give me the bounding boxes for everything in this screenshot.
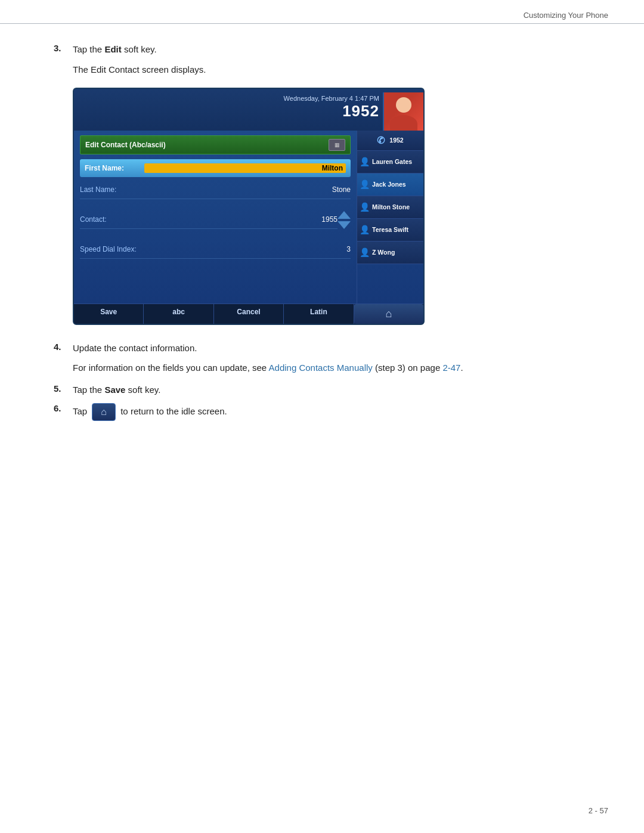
page-footer: 2 - 57	[589, 806, 608, 815]
main-content: 3. Tap the Edit soft key. The Edit Conta…	[0, 43, 644, 421]
field-contact-label: Contact:	[80, 215, 140, 224]
phone-screen: Wednesday, February 4 1:47 PM 1952 Edit …	[73, 88, 425, 325]
step-6: 6. Tap ⌂ to return to the idle screen.	[54, 403, 590, 421]
step-3-sub: The Edit Contact screen displays.	[73, 63, 590, 77]
contact-icon-milton: 👤	[360, 202, 370, 212]
contact-icon-zwong: 👤	[360, 247, 370, 257]
contact-btn-milton-stone[interactable]: 👤 Milton Stone	[357, 196, 423, 219]
form-title: Edit Contact (Abc/ascii)	[85, 141, 166, 149]
phone-bottombar: Save abc Cancel Latin ⌂	[74, 304, 423, 324]
step-6-text: Tap ⌂ to return to the idle screen.	[73, 403, 227, 421]
step-5: 5. Tap the Save soft key.	[54, 383, 590, 397]
field-lastname-label: Last Name:	[80, 185, 140, 194]
field-contact-row: Contact: 1955	[80, 202, 351, 238]
scroll-arrows[interactable]	[338, 202, 351, 238]
step-5-bold: Save	[104, 385, 125, 395]
step-4: 4. Update the contact information.	[54, 342, 590, 355]
home-button[interactable]: ⌂	[354, 304, 423, 324]
step-5-number: 5.	[54, 383, 73, 394]
contact-btn-1952[interactable]: ✆ 1952	[357, 131, 423, 151]
phone-topbar-info: Wednesday, February 4 1:47 PM 1952	[230, 92, 383, 120]
scroll-down-arrow[interactable]	[338, 221, 351, 229]
contact-icon-teresa: 👤	[360, 225, 370, 234]
field-speeddial-label: Speed Dial Index:	[80, 245, 140, 253]
contact-name-milton: Milton Stone	[372, 203, 410, 210]
field-firstname-label: First Name:	[85, 164, 144, 172]
step-3-text: Tap the Edit soft key.	[73, 43, 157, 57]
phone-extension: 1952	[342, 102, 379, 120]
contact-name-1952: 1952	[389, 137, 403, 144]
phone-datetime: Wednesday, February 4 1:47 PM	[284, 95, 379, 102]
bottom-btn-abc[interactable]: abc	[144, 304, 213, 324]
page-header: Customizing Your Phone	[0, 0, 644, 24]
scroll-up-arrow[interactable]	[338, 211, 351, 219]
field-speeddial-value: 3	[140, 245, 351, 253]
phone-body: Edit Contact (Abc/ascii) ▦ First Name: M…	[74, 131, 423, 304]
step-4-sub-after: (step 3) on page	[373, 363, 443, 373]
contact-icon-lauren: 👤	[360, 157, 370, 166]
phone-form-panel: Edit Contact (Abc/ascii) ▦ First Name: M…	[74, 131, 357, 304]
page-number: 2 - 57	[589, 806, 608, 815]
field-lastname-value: Stone	[140, 185, 351, 194]
phone-screenshot: Wednesday, February 4 1:47 PM 1952 Edit …	[73, 88, 590, 325]
chapter-title: Customizing Your Phone	[524, 11, 608, 20]
keyboard-icon[interactable]: ▦	[329, 139, 345, 151]
field-lastname[interactable]: Last Name: Stone	[80, 181, 351, 199]
contact-btn-lauren-gates[interactable]: 👤 Lauren Gates	[357, 151, 423, 174]
contact-btn-z-wong[interactable]: 👤 Z Wong	[357, 241, 423, 264]
step-4-sub-before: For information on the fields you can up…	[73, 363, 269, 373]
adding-contacts-link[interactable]: Adding Contacts Manually	[269, 363, 373, 373]
page-link[interactable]: 2-47	[442, 363, 460, 373]
contact-icon-jack: 👤	[360, 179, 370, 189]
field-speeddial[interactable]: Speed Dial Index: 3	[80, 241, 351, 259]
field-contact[interactable]: Contact: 1955	[80, 211, 338, 229]
bottom-btn-save[interactable]: Save	[74, 304, 144, 324]
bottom-btn-cancel[interactable]: Cancel	[214, 304, 284, 324]
field-firstname-value: Milton	[144, 163, 346, 173]
inline-home-button[interactable]: ⌂	[92, 403, 116, 421]
contact-name-teresa: Teresa Swift	[372, 226, 408, 233]
contact-btn-jack-jones[interactable]: 👤 Jack Jones	[357, 174, 423, 196]
step-4-number: 4.	[54, 342, 73, 352]
phone-contacts-panel: ✆ 1952 👤 Lauren Gates 👤 Jack Jones	[357, 131, 423, 304]
bottom-btn-latin[interactable]: Latin	[284, 304, 354, 324]
step-6-number: 6.	[54, 403, 73, 413]
phone-topbar: Wednesday, February 4 1:47 PM 1952	[74, 89, 423, 131]
step-3-bold: Edit	[104, 44, 121, 54]
step-4-sub-end: .	[460, 363, 463, 373]
contact-btn-teresa-swift[interactable]: 👤 Teresa Swift	[357, 219, 423, 241]
contact-name-lauren: Lauren Gates	[372, 158, 412, 165]
step-4-sub: For information on the fields you can up…	[73, 361, 590, 375]
contact-name-jack: Jack Jones	[372, 181, 406, 188]
field-firstname[interactable]: First Name: Milton	[80, 159, 351, 177]
form-title-bar: Edit Contact (Abc/ascii) ▦	[80, 135, 351, 154]
contact-name-zwong: Z Wong	[372, 249, 395, 256]
phone-avatar	[383, 92, 423, 133]
field-contact-value: 1955	[140, 215, 338, 224]
step-5-text: Tap the Save soft key.	[73, 383, 160, 397]
step-3: 3. Tap the Edit soft key.	[54, 43, 590, 57]
step-3-number: 3.	[54, 43, 73, 53]
step-4-text: Update the contact information.	[73, 342, 197, 355]
contact-icon-1952: ✆	[377, 135, 388, 146]
